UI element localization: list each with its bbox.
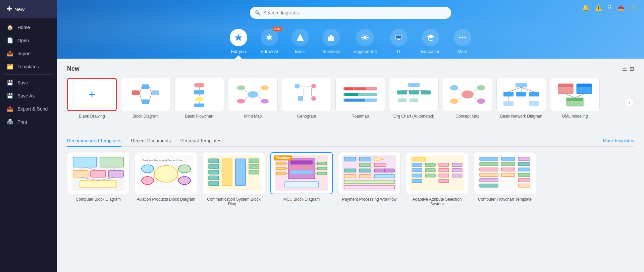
svg-rect-167 <box>412 168 422 172</box>
svg-point-8 <box>459 37 461 39</box>
svg-rect-13 <box>142 99 149 104</box>
svg-rect-187 <box>480 173 498 177</box>
tab-more[interactable]: More <box>447 25 478 59</box>
svg-rect-196 <box>518 168 530 171</box>
rec-card-flowchart[interactable]: Computer Flowchart Template <box>474 152 536 206</box>
svg-point-28 <box>261 85 269 90</box>
svg-rect-137 <box>317 162 327 165</box>
rec-label-adaptive: Adaptive Attribute Selection System <box>406 197 468 206</box>
block-diagram-thumb <box>121 78 170 111</box>
roadmap-label: Roadmap <box>335 114 385 119</box>
tab-personal-label: Personal Templates <box>180 138 221 143</box>
sidebar-item-import-label: Import <box>17 51 31 56</box>
sidebar-item-home[interactable]: 🏠 Home <box>0 21 57 34</box>
tab-education-label: Education <box>421 49 440 54</box>
tab-recent[interactable]: Recent Documents <box>131 135 171 147</box>
sidebar-item-save[interactable]: 💾 Save <box>0 76 57 89</box>
svg-rect-146 <box>285 181 318 188</box>
tab-edraw-ai[interactable]: HOT Edraw AI <box>254 25 285 59</box>
template-concept-map[interactable]: Concept Map <box>443 78 492 119</box>
share-icon[interactable]: 📤 <box>617 4 625 11</box>
template-org-chart[interactable]: Org Chart (Automated) <box>389 78 439 119</box>
template-genogram[interactable]: Genogram <box>282 78 331 119</box>
template-roadmap[interactable]: Roadmap <box>335 78 385 119</box>
grid-view-btn[interactable]: ⊞ <box>630 66 634 72</box>
content-area: New ☰ ⊞ + Blank Drawing <box>57 59 644 272</box>
svg-rect-117 <box>222 159 232 186</box>
tab-basic[interactable]: Basic <box>285 25 316 59</box>
tab-personal[interactable]: Personal Templates <box>180 135 221 147</box>
blank-drawing-label: Blank Drawing <box>67 114 117 119</box>
genogram-thumb <box>282 78 331 111</box>
rec-card-payment[interactable]: Payment Processing Workflow <box>338 152 400 206</box>
print-icon: 🖨️ <box>7 119 13 125</box>
svg-rect-48 <box>344 99 365 101</box>
svg-rect-91 <box>91 171 106 177</box>
blank-drawing-card[interactable]: + Blank Drawing <box>67 78 117 119</box>
tab-engineering[interactable]: Engineering <box>347 25 383 59</box>
tab-education[interactable]: Education <box>414 25 447 59</box>
svg-rect-130 <box>290 160 313 164</box>
search-input[interactable] <box>250 7 451 19</box>
svg-rect-189 <box>480 184 498 187</box>
tab-it[interactable]: IT <box>383 25 414 59</box>
new-button[interactable]: ✚ New <box>0 0 57 18</box>
svg-rect-165 <box>412 157 425 161</box>
settings-icon[interactable]: ⚙️ <box>630 4 637 11</box>
svg-rect-11 <box>132 90 140 95</box>
template-uml[interactable]: UML Modeling <box>550 78 600 119</box>
sidebar-item-templates[interactable]: 🗂️ Templates <box>0 60 57 73</box>
svg-rect-2 <box>328 37 334 41</box>
search-bar: 🔍 <box>250 7 451 19</box>
svg-rect-166 <box>412 163 422 166</box>
svg-marker-0 <box>234 34 243 41</box>
tab-for-you[interactable]: For you <box>223 25 254 59</box>
mind-map-thumb <box>228 78 278 111</box>
svg-rect-133 <box>290 171 313 174</box>
svg-rect-178 <box>452 168 462 172</box>
sidebar-item-print[interactable]: 🖨️ Print <box>0 115 57 128</box>
template-block-diagram[interactable]: Block Diagram <box>121 78 170 119</box>
notification-icon[interactable]: 🔔 <box>582 4 589 11</box>
new-button-label: New <box>14 6 24 12</box>
svg-line-32 <box>258 90 261 92</box>
list-view-btn[interactable]: ☰ <box>622 66 627 72</box>
templates-icon: 🗂️ <box>7 63 13 70</box>
rec-card-adaptive[interactable]: Adaptive Attribute Selection System <box>406 152 468 206</box>
svg-line-17 <box>149 87 152 93</box>
tab-business[interactable]: Business <box>316 25 347 59</box>
template-basic-network[interactable]: Basic Network Diagram <box>496 78 546 119</box>
scroll-right-arrow[interactable]: › <box>625 98 634 107</box>
rec-card-aviation[interactable]: Business Model and Product Line Aviation… <box>135 152 197 206</box>
svg-rect-155 <box>344 169 356 172</box>
svg-line-85 <box>566 94 575 98</box>
rec-thumb-payment <box>338 152 400 194</box>
recommended-tabs-row: Recommended Templates Recent Documents P… <box>67 135 634 147</box>
svg-rect-112 <box>209 159 219 163</box>
template-basic-flowchart[interactable]: Basic Flowchart <box>174 78 224 119</box>
blank-plus-icon: + <box>88 87 95 101</box>
svg-rect-162 <box>344 180 394 184</box>
svg-rect-170 <box>425 163 435 166</box>
svg-rect-194 <box>518 157 530 160</box>
rec-thumb-communication <box>203 152 265 194</box>
svg-rect-150 <box>359 157 371 161</box>
tab-recommended[interactable]: Recommended Templates <box>67 135 121 147</box>
sidebar-item-save-as[interactable]: 💾 Save As <box>0 89 57 102</box>
svg-rect-88 <box>73 157 97 167</box>
more-templates-link[interactable]: More Templates <box>603 138 634 143</box>
svg-rect-185 <box>480 162 498 166</box>
sidebar-item-open[interactable]: 📄 Open <box>0 34 57 47</box>
rec-card-mcu[interactable]: Premium <box>270 152 333 206</box>
grid-icon[interactable]: ⠿ <box>607 4 612 11</box>
sidebar-item-export[interactable]: 📤 Export & Send <box>0 102 57 115</box>
sidebar-item-import[interactable]: 📥 Import <box>0 47 57 60</box>
export-icon: 📤 <box>7 106 13 112</box>
svg-rect-184 <box>480 157 498 160</box>
svg-point-9 <box>462 37 464 39</box>
rec-card-computer-block[interactable]: Computer Block Diagram <box>67 152 129 206</box>
template-mind-map[interactable]: Mind Map <box>228 78 278 119</box>
search-icon: 🔍 <box>255 10 260 15</box>
rec-card-communication[interactable]: Communication System Block Diag... <box>203 152 265 206</box>
warning-icon[interactable]: ⚠️ <box>595 4 602 11</box>
